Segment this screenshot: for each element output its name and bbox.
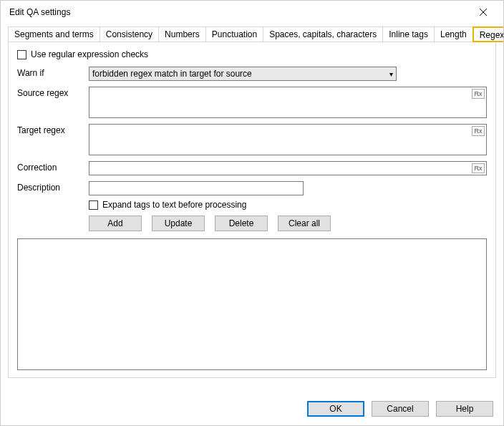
rules-listbox[interactable]	[17, 238, 487, 370]
use-regex-checkbox[interactable]	[17, 50, 26, 59]
cancel-button[interactable]: Cancel	[372, 401, 429, 417]
correction-label: Correction	[17, 161, 89, 173]
expand-tags-row: Expand tags to text before processing	[89, 200, 487, 210]
dialog-content: Segments and terms Consistency Numbers P…	[1, 24, 503, 385]
correction-input[interactable]: Rx	[89, 161, 487, 175]
expand-tags-label: Expand tags to text before processing	[102, 200, 246, 210]
chevron-down-icon: ▾	[389, 70, 393, 78]
description-label: Description	[17, 181, 89, 193]
tab-punctuation[interactable]: Punctuation	[205, 26, 263, 42]
description-input[interactable]	[89, 181, 304, 195]
dialog-buttons: OK Cancel Help	[307, 401, 493, 417]
tab-regex[interactable]: Regex	[472, 26, 504, 42]
tab-spaces-capitals-characters[interactable]: Spaces, capitals, characters	[263, 26, 383, 42]
update-button[interactable]: Update	[152, 216, 205, 231]
rx-badge-source[interactable]: Rx	[472, 89, 485, 99]
clear-all-button[interactable]: Clear all	[278, 216, 331, 231]
rx-badge-target[interactable]: Rx	[472, 126, 485, 136]
tab-consistency[interactable]: Consistency	[100, 26, 159, 42]
warn-if-label: Warn if	[17, 67, 89, 78]
target-regex-label: Target regex	[17, 124, 89, 135]
tab-inline-tags[interactable]: Inline tags	[382, 26, 435, 42]
tab-segments-and-terms[interactable]: Segments and terms	[8, 26, 100, 42]
close-icon	[480, 9, 487, 16]
titlebar: Edit QA settings	[1, 1, 503, 24]
warn-if-row: Warn if forbidden regex match in target …	[17, 67, 487, 81]
help-button[interactable]: Help	[436, 401, 493, 417]
warn-if-value: forbidden regex match in target for sour…	[92, 69, 252, 79]
regex-panel: Use regular expression checks Warn if fo…	[8, 42, 496, 378]
ok-button[interactable]: OK	[307, 401, 364, 417]
window-title: Edit QA settings	[9, 7, 469, 17]
correction-row: Correction Rx	[17, 161, 487, 175]
rx-badge-correction[interactable]: Rx	[472, 163, 485, 173]
close-button[interactable]	[469, 2, 498, 22]
delete-button[interactable]: Delete	[215, 216, 268, 231]
tab-length[interactable]: Length	[434, 26, 473, 42]
source-regex-row: Source regex Rx	[17, 87, 487, 118]
description-row: Description	[17, 181, 487, 195]
use-regex-row: Use regular expression checks	[17, 49, 487, 59]
tab-numbers[interactable]: Numbers	[158, 26, 206, 42]
use-regex-label: Use regular expression checks	[31, 49, 148, 59]
add-button[interactable]: Add	[89, 216, 142, 231]
expand-tags-checkbox[interactable]	[89, 200, 98, 210]
action-buttons: Add Update Delete Clear all	[89, 216, 487, 231]
target-regex-input[interactable]: Rx	[89, 124, 487, 155]
warn-if-select[interactable]: forbidden regex match in target for sour…	[89, 67, 397, 81]
source-regex-label: Source regex	[17, 87, 89, 98]
source-regex-input[interactable]: Rx	[89, 87, 487, 118]
tab-strip: Segments and terms Consistency Numbers P…	[8, 26, 496, 42]
target-regex-row: Target regex Rx	[17, 124, 487, 155]
